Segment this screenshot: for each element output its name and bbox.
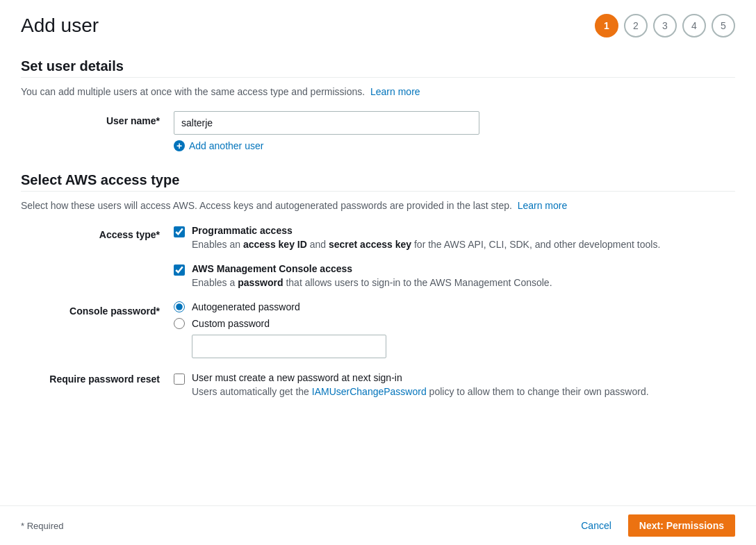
require-password-reset-row: Require password reset User must create … [21, 372, 735, 397]
step-3[interactable]: 3 [653, 14, 677, 37]
programmatic-access-item: Programmatic access Enables an access ke… [174, 225, 735, 252]
reset-sub-before: Users automatically get the [192, 386, 312, 397]
add-another-user-link[interactable]: + Add another user [174, 140, 735, 151]
section1-desc-text: You can add multiple users at once with … [21, 86, 365, 97]
console-password-label: Console password* [21, 301, 174, 317]
access-type-checkbox-group: Programmatic access Enables an access ke… [174, 225, 735, 290]
console-password-options: Autogenerated password Custom password [174, 301, 735, 358]
console-access-title[interactable]: AWS Management Console access [192, 263, 352, 274]
section2-description: Select how these users will access AWS. … [21, 200, 735, 211]
access-type-options: Programmatic access Enables an access ke… [174, 225, 735, 290]
require-password-reset-desc-group: User must create a new password at next … [192, 372, 649, 397]
footer-actions: Cancel Next: Permissions [573, 514, 735, 537]
step-1[interactable]: 1 [595, 14, 618, 37]
access-key-id-bold: access key ID [243, 239, 307, 250]
custom-password-radio[interactable] [174, 318, 185, 329]
step-5[interactable]: 5 [712, 14, 735, 37]
require-password-reset-content: User must create a new password at next … [174, 372, 649, 397]
programmatic-access-checkbox[interactable] [174, 226, 185, 237]
access-type-label: Access type* [21, 225, 174, 240]
programmatic-access-label-group: Programmatic access Enables an access ke… [192, 225, 660, 252]
reset-sub-after: policy to allow them to change their own… [427, 386, 649, 397]
console-access-checkbox[interactable] [174, 265, 185, 276]
custom-password-label[interactable]: Custom password [192, 318, 270, 329]
console-access-label-group: AWS Management Console access Enables a … [192, 263, 552, 290]
require-password-reset-label: Require password reset [21, 372, 174, 385]
iam-change-password-link[interactable]: IAMUserChangePassword [312, 386, 427, 397]
set-user-details-section: Set user details You can add multiple us… [21, 58, 735, 151]
section2-divider [21, 191, 735, 192]
username-label: User name* [21, 111, 174, 126]
next-permissions-button[interactable]: Next: Permissions [628, 514, 735, 537]
require-password-reset-sub-desc: Users automatically get the IAMUserChang… [192, 386, 649, 397]
require-password-reset-checkbox[interactable] [174, 374, 185, 385]
console-password-row: Console password* Autogenerated password… [21, 301, 735, 358]
username-input[interactable] [174, 111, 479, 135]
add-another-label: Add another user [189, 140, 263, 151]
autogenerated-password-item: Autogenerated password [174, 301, 735, 312]
select-access-type-section: Select AWS access type Select how these … [21, 172, 735, 397]
console-access-item: AWS Management Console access Enables a … [174, 263, 735, 290]
autogenerated-password-label[interactable]: Autogenerated password [192, 301, 300, 312]
add-icon: + [174, 140, 185, 151]
programmatic-access-desc: Enables an access key ID and secret acce… [192, 237, 660, 252]
username-input-area: + Add another user [174, 111, 735, 151]
programmatic-access-title[interactable]: Programmatic access [192, 225, 293, 236]
section1-learn-more-link[interactable]: Learn more [370, 86, 420, 97]
section2-desc-text: Select how these users will access AWS. … [21, 200, 512, 211]
section1-title: Set user details [21, 58, 735, 74]
footer-bar: * Required Cancel Next: Permissions [0, 505, 756, 545]
secret-access-key-bold: secret access key [329, 239, 411, 250]
username-row: User name* + Add another user [21, 111, 735, 151]
password-bold: password [238, 277, 283, 288]
console-password-radio-group: Autogenerated password Custom password [174, 301, 735, 329]
main-container: Add user 1 2 3 4 5 Set user details You … [0, 0, 756, 545]
section1-divider [21, 77, 735, 78]
step-2[interactable]: 2 [624, 14, 648, 37]
section2-learn-more-link[interactable]: Learn more [518, 200, 568, 211]
required-note: * Required [21, 521, 63, 531]
access-type-row: Access type* Programmatic access Enables… [21, 225, 735, 290]
autogenerated-password-radio[interactable] [174, 301, 185, 312]
step-4[interactable]: 4 [682, 14, 706, 37]
steps-container: 1 2 3 4 5 [595, 14, 735, 37]
console-access-desc: Enables a password that allows users to … [192, 276, 552, 290]
custom-password-item: Custom password [174, 318, 735, 329]
section1-description: You can add multiple users at once with … [21, 86, 735, 97]
custom-password-input[interactable] [192, 335, 386, 358]
page-title: Add user [21, 15, 99, 37]
cancel-button[interactable]: Cancel [573, 516, 620, 535]
section2-title: Select AWS access type [21, 172, 735, 188]
header-row: Add user 1 2 3 4 5 [21, 14, 735, 37]
require-password-reset-main-desc: User must create a new password at next … [192, 372, 649, 383]
